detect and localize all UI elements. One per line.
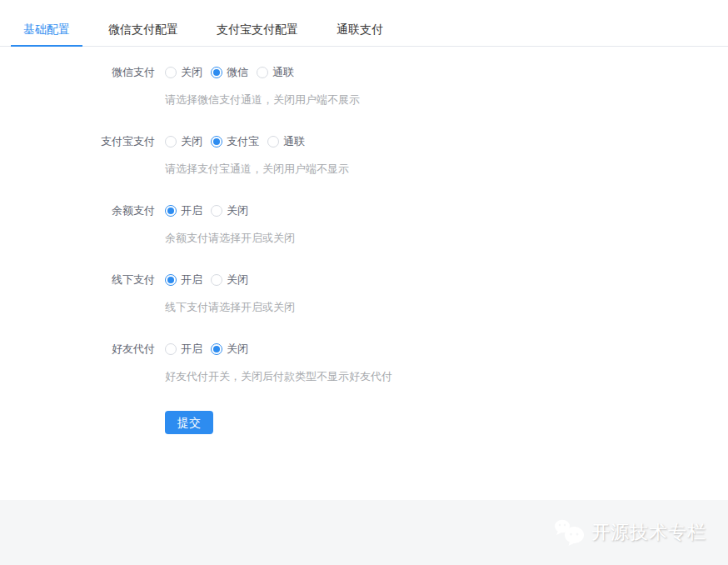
form-item-alipay: 支付宝支付 关闭 支付宝 通联 请选择支付宝通道，关闭用 — [0, 134, 728, 175]
radio-option-close[interactable]: 关闭 — [211, 342, 248, 357]
radio-icon — [211, 205, 222, 217]
watermark-logo: 开源技术专栏 — [553, 518, 706, 547]
form-item-balance-pay: 余额支付 开启 关闭 余额支付请选择开启或关闭 — [0, 203, 728, 244]
field-label: 好友代付 — [0, 342, 155, 357]
wechat-icon — [553, 518, 586, 547]
radio-icon — [165, 274, 177, 286]
radio-option-open[interactable]: 开启 — [165, 342, 202, 357]
radio-icon — [165, 205, 177, 217]
page-footer: 开源技术专栏 — [0, 500, 728, 565]
field-label: 支付宝支付 — [0, 134, 155, 149]
tab-wechat-pay-config[interactable]: 微信支付配置 — [96, 12, 191, 46]
radio-option-alipay[interactable]: 支付宝 — [211, 134, 259, 149]
radio-group-balance-pay: 开启 关闭 — [165, 203, 257, 218]
submit-button[interactable]: 提交 — [165, 411, 213, 434]
field-help-text: 请选择微信支付通道，关闭用户端不展示 — [165, 93, 728, 106]
radio-option-close[interactable]: 关闭 — [165, 134, 202, 149]
tab-tonglian-pay[interactable]: 通联支付 — [324, 12, 396, 46]
radio-icon — [211, 343, 222, 355]
radio-option-close[interactable]: 关闭 — [211, 272, 248, 288]
radio-icon — [267, 136, 279, 148]
radio-option-open[interactable]: 开启 — [165, 203, 202, 218]
form-item-friend-pay: 好友代付 开启 关闭 好友代付开关，关闭后付款类型不显示好友代付 — [0, 342, 728, 382]
radio-group-alipay: 关闭 支付宝 通联 — [165, 134, 313, 149]
form-item-wechat-pay: 微信支付 关闭 微信 通联 请选择微信支付通道，关闭用户 — [0, 65, 728, 106]
radio-group-friend-pay: 开启 关闭 — [165, 342, 257, 357]
watermark-text: 开源技术专栏 — [591, 520, 706, 545]
field-label: 微信支付 — [0, 65, 155, 80]
field-label: 线下支付 — [0, 272, 155, 288]
radio-option-tonglian[interactable]: 通联 — [267, 134, 305, 149]
field-help-text: 线下支付请选择开启或关闭 — [165, 301, 728, 313]
form-item-offline-pay: 线下支付 开启 关闭 线下支付请选择开启或关闭 — [0, 272, 728, 313]
radio-icon — [165, 136, 177, 148]
radio-option-close[interactable]: 关闭 — [211, 203, 248, 218]
tab-bar: 基础配置 微信支付配置 支付宝支付配置 通联支付 — [0, 0, 728, 47]
radio-option-open[interactable]: 开启 — [165, 272, 202, 288]
submit-row: 提交 — [165, 411, 728, 434]
form-content: 微信支付 关闭 微信 通联 请选择微信支付通道，关闭用户 — [0, 47, 728, 500]
field-help-text: 余额支付请选择开启或关闭 — [165, 232, 728, 244]
radio-option-tonglian[interactable]: 通联 — [257, 65, 294, 80]
field-help-text: 好友代付开关，关闭后付款类型不显示好友代付 — [165, 370, 728, 382]
radio-icon — [211, 274, 222, 286]
radio-group-wechat-pay: 关闭 微信 通联 — [165, 65, 302, 80]
radio-group-offline-pay: 开启 关闭 — [165, 272, 257, 288]
radio-icon — [165, 67, 177, 78]
radio-icon — [165, 343, 177, 355]
field-help-text: 请选择支付宝通道，关闭用户端不显示 — [165, 162, 728, 175]
field-label: 余额支付 — [0, 203, 155, 218]
radio-option-wechat[interactable]: 微信 — [211, 65, 248, 80]
radio-icon — [257, 67, 268, 78]
radio-icon — [211, 67, 222, 78]
tab-alipay-config[interactable]: 支付宝支付配置 — [204, 12, 311, 46]
radio-icon — [211, 136, 222, 148]
tab-basic-config[interactable]: 基础配置 — [11, 12, 82, 46]
radio-option-close[interactable]: 关闭 — [165, 65, 202, 80]
payment-config-page: 基础配置 微信支付配置 支付宝支付配置 通联支付 微信支付 关闭 微信 — [0, 0, 728, 565]
